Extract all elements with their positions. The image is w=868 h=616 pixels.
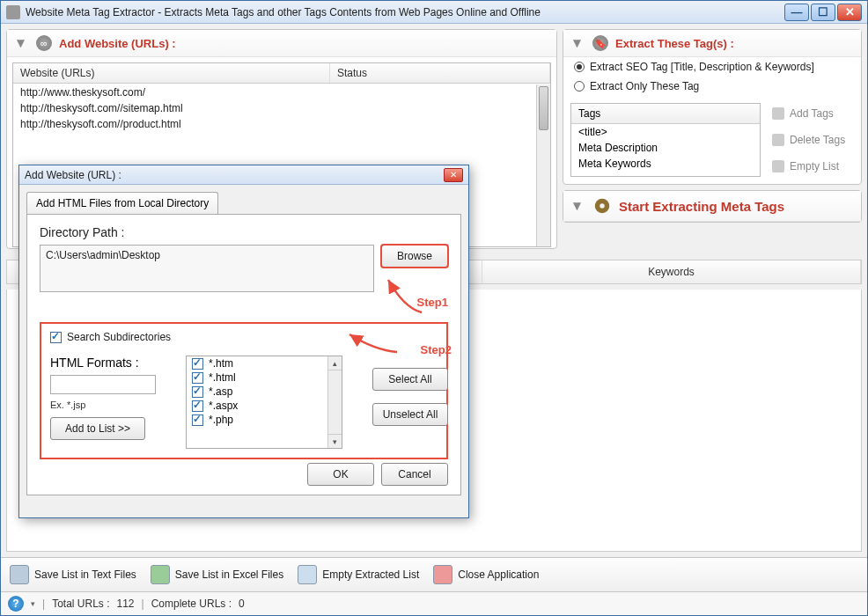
chevron-down-icon: ⯆ [572,38,582,48]
checkbox-icon [192,386,203,398]
start-title: Start Extracting Meta Tags [619,199,784,214]
save-text-button[interactable]: Save List in Text Files [10,565,136,584]
browse-label: Browse [397,250,432,262]
list-item[interactable]: http://www.theskysoft.com/ [13,84,536,100]
add-urls-header[interactable]: ⯆ ∞ Add Website (URLs) : [7,30,556,57]
window-controls: — ☐ ✕ [784,4,862,21]
text-file-icon [10,565,29,584]
checkbox-icon [192,372,203,384]
list-item[interactable]: *.asp [187,385,342,399]
empty-icon [772,160,784,172]
directory-input[interactable]: C:\Users\admin\Desktop [40,245,374,292]
cancel-button[interactable]: Cancel [381,463,448,486]
step1-label: Step1 [417,296,448,309]
list-item[interactable]: *.aspx [187,399,342,413]
list-item[interactable]: Meta Description [571,140,760,156]
radio-seo[interactable]: Extract SEO Tag [Title, Description & Ke… [563,57,861,77]
tab-page: Directory Path : C:\Users\admin\Desktop … [26,214,461,495]
delete-tags-button[interactable]: Delete Tags [766,129,854,150]
dialog-close-button[interactable]: ✕ [444,168,463,182]
radio-seo-label: Extract SEO Tag [Title, Description & Ke… [590,61,814,73]
close-button[interactable]: ✕ [837,4,862,21]
list-item[interactable]: Meta Keywords [571,156,760,172]
list-item[interactable]: *.htm [187,356,342,370]
status-bar: ? ▾ | Total URLs : 112 | Complete URLs :… [1,591,867,615]
dialog-title: Add Website (URL) : [25,169,444,181]
tags-list: Tags <title> Meta Description Meta Keywo… [570,103,761,177]
dropdown-icon[interactable]: ▾ [31,599,35,608]
checkbox-icon [192,414,203,426]
start-header[interactable]: ⯆ Start Extracting Meta Tags [563,191,861,222]
list-item[interactable]: *.php [187,413,342,427]
format-input[interactable] [50,375,156,394]
content-area: ⯆ ∞ Add Website (URLs) : Website (URLs) … [1,24,867,557]
scrollbar[interactable]: ▴ ▾ [327,356,342,448]
add-tags-button[interactable]: Add Tags [766,103,854,124]
extract-tags-header[interactable]: ⯆ 🔖 Extract These Tag(s) : [563,30,861,57]
add-to-list-button[interactable]: Add to List >> [50,417,145,440]
empty-extracted-button[interactable]: Empty Extracted List [298,565,419,584]
list-item[interactable]: <title> [571,124,760,140]
ok-button[interactable]: OK [307,463,374,486]
tag-icon: 🔖 [592,35,608,51]
checkbox-icon [192,400,203,412]
extract-tags-title: Extract These Tag(s) : [615,37,734,50]
extract-tags-panel: ⯆ 🔖 Extract These Tag(s) : Extract SEO T… [563,29,862,185]
titlebar: Website Meta Tag Extractor - Extracts Me… [1,1,867,24]
separator: | [142,598,144,610]
formats-label: HTML Formats : [50,356,173,370]
app-window: Website Meta Tag Extractor - Extracts Me… [0,0,868,616]
radio-only[interactable]: Extract Only These Tag [563,77,861,96]
col-website[interactable]: Website (URLs) [13,63,330,83]
scrollbar[interactable] [536,84,550,246]
radio-only-label: Extract Only These Tag [590,80,699,92]
excel-file-icon [151,565,170,584]
tag-buttons: Add Tags Delete Tags Empty List [766,103,854,177]
save-excel-button[interactable]: Save List in Excel Files [151,565,283,584]
tab-local-directory[interactable]: Add HTML Files from Local Directory [26,192,218,214]
right-column: ⯆ 🔖 Extract These Tag(s) : Extract SEO T… [563,29,862,249]
tags-area: Tags <title> Meta Description Meta Keywo… [570,103,854,177]
empty-list-button[interactable]: Empty List [766,156,854,177]
add-to-list-label: Add to List >> [65,422,130,435]
add-website-dialog: Add Website (URL) : ✕ Add HTML Files fro… [18,165,469,518]
list-item[interactable]: http://theskysoft.com//sitemap.html [13,100,536,116]
close-app-button[interactable]: Close Application [433,565,539,584]
checkbox-icon [192,358,203,370]
unselect-all-button[interactable]: Unselect All [372,403,448,426]
scroll-down-icon[interactable]: ▾ [328,434,342,448]
browse-button[interactable]: Browse [381,245,448,268]
empty-extracted-label: Empty Extracted List [322,568,419,581]
add-urls-title: Add Website (URLs) : [59,37,176,50]
directory-row: C:\Users\admin\Desktop Browse [40,245,448,292]
col-tags[interactable]: Tags [571,104,760,124]
close-app-label: Close Application [458,568,539,581]
formats-list: *.htm *.html *.asp *.aspx *.php ▴ ▾ [186,356,342,449]
search-subdirectories-checkbox[interactable]: Search Subdirectories [50,331,438,343]
total-urls-value: 112 [116,598,134,610]
list-item[interactable]: http://theskysoft.com//product.html [13,116,536,132]
scroll-up-icon[interactable]: ▴ [328,356,342,370]
list-item[interactable]: *.html [187,370,342,385]
unselect-all-label: Unselect All [383,408,438,421]
format-label: *.asp [209,385,232,398]
minimize-button[interactable]: — [784,4,809,21]
separator: | [42,598,45,610]
format-label: *.htm [209,357,233,370]
empty-list-label: Empty List [790,160,839,172]
complete-urls-label: Complete URLs : [151,598,232,610]
help-icon[interactable]: ? [8,596,24,612]
col-keywords[interactable]: Keywords [482,260,861,283]
ok-label: OK [333,468,348,480]
dialog-titlebar[interactable]: Add Website (URL) : ✕ [19,165,468,185]
exit-icon [433,565,452,584]
format-label: *.html [209,371,236,384]
select-all-button[interactable]: Select All [372,368,448,391]
maximize-button[interactable]: ☐ [811,4,835,21]
save-excel-label: Save List in Excel Files [175,568,283,581]
format-label: *.aspx [209,400,238,412]
checkbox-icon [50,332,62,343]
col-status[interactable]: Status [330,63,550,83]
subdirectory-section: Search Subdirectories HTML Formats : Ex.… [40,322,448,459]
scroll-thumb[interactable] [539,86,548,130]
